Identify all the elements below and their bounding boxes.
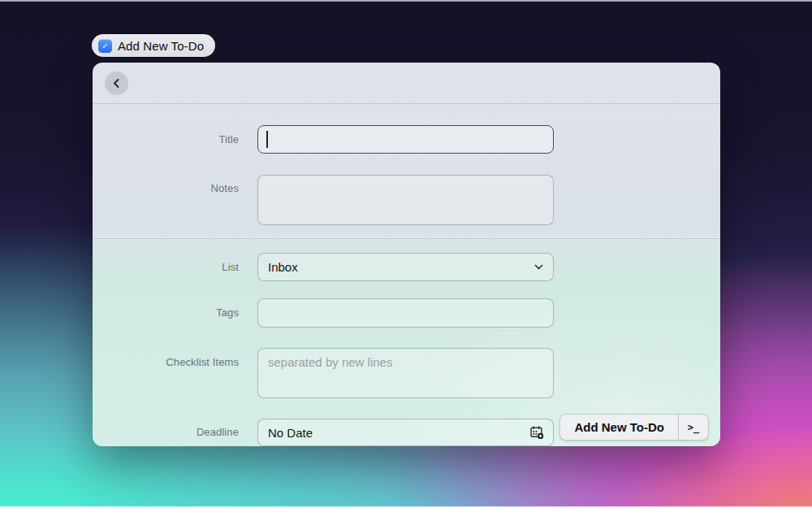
quick-action-label: Add New To-Do — [118, 39, 204, 53]
deadline-picker[interactable]: No Date — [257, 419, 554, 446]
checklist-label: Checklist Items — [93, 356, 239, 368]
notes-input[interactable] — [257, 175, 554, 225]
notes-label: Notes — [93, 182, 239, 194]
todo-checkbox-icon: ✓ — [98, 39, 112, 53]
checklist-input[interactable] — [257, 348, 554, 398]
list-selected-value: Inbox — [268, 260, 534, 274]
list-dropdown[interactable]: Inbox — [257, 253, 554, 281]
deadline-value: No Date — [268, 426, 529, 440]
add-todo-submit-button[interactable]: Add New To-Do — [560, 415, 678, 440]
window-header — [93, 63, 720, 104]
quick-action-button[interactable]: ✓ Add New To-Do — [92, 34, 215, 57]
deadline-label: Deadline — [93, 419, 239, 446]
list-label: List — [93, 253, 239, 281]
section-divider — [93, 238, 720, 239]
terminal-icon[interactable]: >_ — [678, 415, 708, 440]
tags-input[interactable] — [257, 298, 554, 328]
add-todo-window: Title Notes List Inbox Tags Checklist It… — [93, 63, 720, 446]
tags-label: Tags — [93, 298, 239, 328]
title-label: Title — [93, 125, 239, 154]
screen-top-edge — [0, 0, 812, 2]
text-caret — [266, 131, 268, 148]
back-button[interactable] — [105, 72, 128, 95]
chevron-down-icon — [534, 264, 543, 270]
submit-button-group: Add New To-Do >_ — [559, 414, 709, 441]
chevron-left-icon — [112, 78, 121, 89]
calendar-add-icon[interactable] — [529, 424, 545, 441]
title-input[interactable] — [257, 125, 554, 154]
